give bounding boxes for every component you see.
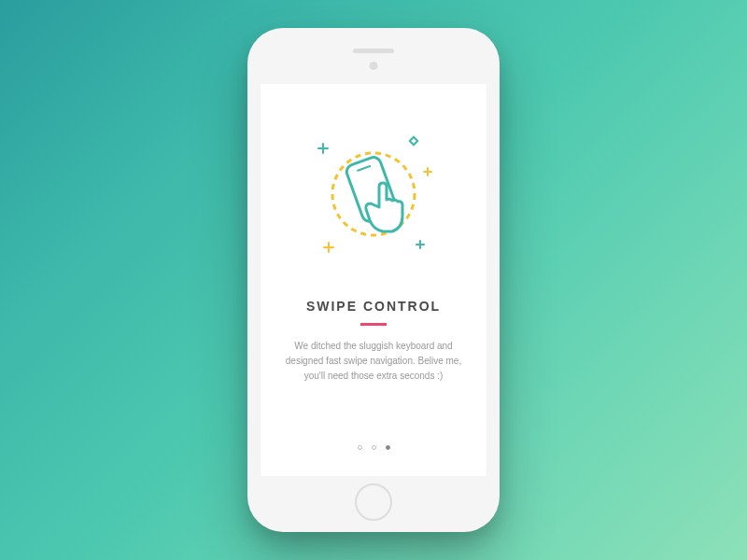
page-dot-3[interactable] [386, 445, 390, 450]
onboarding-title: SWIPE CONTROL [306, 299, 441, 314]
page-dot-2[interactable] [372, 445, 376, 450]
plus-decoration-icon [424, 168, 431, 175]
plus-decoration-icon [416, 241, 424, 248]
plus-decoration-icon [318, 144, 328, 153]
home-button[interactable] [355, 483, 392, 521]
title-underline [360, 323, 387, 326]
pagination-dots [358, 445, 390, 450]
plus-decoration-icon [324, 243, 333, 252]
app-screen[interactable]: SWIPE CONTROL We ditched the sluggish ke… [261, 84, 486, 476]
page-dot-1[interactable] [358, 445, 362, 450]
svg-rect-8 [410, 137, 417, 145]
onboarding-description: We ditched the sluggish keyboard and des… [285, 339, 462, 384]
phone-device-mockup: SWIPE CONTROL We ditched the sluggish ke… [247, 28, 500, 532]
swipe-illustration [299, 121, 448, 271]
